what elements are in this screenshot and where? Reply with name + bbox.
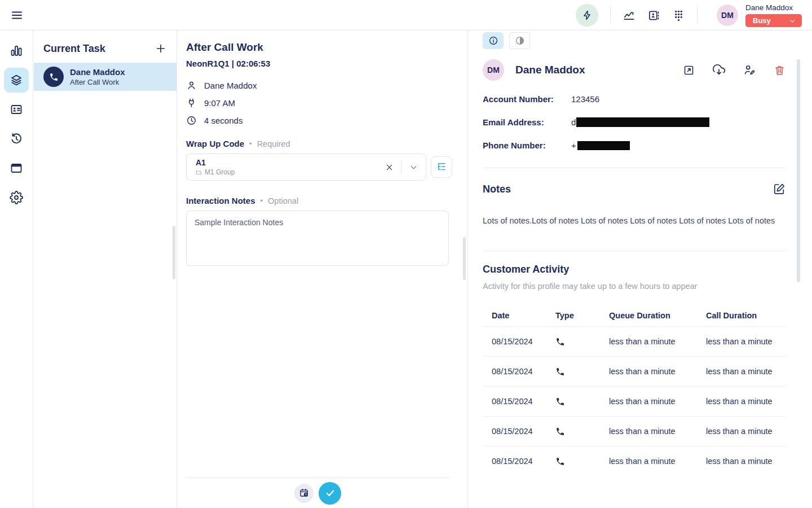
redacted-email (576, 117, 709, 127)
bar-chart-icon[interactable] (4, 38, 29, 63)
clock-icon (186, 115, 197, 126)
activity-row[interactable]: 08/15/2024 less than a minute less than … (483, 416, 785, 446)
optional-label: Optional (268, 196, 298, 205)
interaction-notes-label: Interaction Notes (186, 196, 255, 205)
activity-table-header: Date Type Queue Duration Call Duration (483, 305, 785, 326)
activity-table: Date Type Queue Duration Call Duration 0… (483, 305, 785, 476)
col-queue-duration: Queue Duration (609, 311, 706, 320)
queue-duration: less than a minute (609, 397, 706, 406)
call-duration: less than a minute (706, 337, 785, 346)
section-divider (483, 251, 785, 251)
activity-row[interactable]: 08/15/2024 less than a minute less than … (483, 356, 785, 386)
activity-row[interactable]: 08/15/2024 less than a minute less than … (483, 446, 785, 476)
interaction-notes-input[interactable]: Sample Interaction Notes (186, 211, 449, 266)
clear-x-icon[interactable] (378, 163, 401, 172)
panel-title: Current Task (43, 43, 105, 55)
activity-date: 08/15/2024 (492, 337, 555, 346)
wrap-up-code-label: Wrap Up Code (186, 139, 244, 148)
queue-and-timer: NeonR1Q1 | 02:06:53 (186, 59, 467, 68)
after-call-work-panel: After Call Work NeonR1Q1 | 02:06:53 Dane… (177, 30, 468, 508)
call-duration: less than a minute (706, 427, 785, 436)
menu-icon[interactable] (10, 8, 24, 22)
email-value-prefix: d (571, 117, 576, 127)
trash-icon[interactable] (774, 64, 785, 76)
current-task-panel: Current Task Dane Maddox After Call Work (34, 30, 177, 508)
call-duration: less than a minute (706, 457, 785, 466)
history-icon[interactable] (4, 126, 29, 151)
task-list-item[interactable]: Dane Maddox After Call Work (34, 63, 176, 91)
topbar: DM Dane Maddox Busy (0, 0, 812, 30)
customer-activity-subtitle: Activity for this profile may take up to… (483, 282, 785, 291)
queue-duration: less than a minute (609, 457, 706, 466)
avatar: DM (483, 59, 504, 81)
call-duration: less than a minute (706, 397, 785, 406)
topbar-user: DM Dane Maddox Busy (717, 0, 802, 30)
gear-icon[interactable] (4, 185, 29, 210)
user-edit-icon[interactable] (743, 64, 756, 76)
info-icon[interactable] (483, 32, 504, 49)
profile-tabs (483, 32, 785, 49)
topbar-divider (697, 7, 698, 23)
contrast-icon[interactable] (509, 32, 530, 49)
required-label: Required (257, 139, 290, 148)
account-number-label: Account Number: (483, 94, 571, 104)
phone-icon (43, 67, 64, 87)
queue-duration: less than a minute (609, 367, 706, 376)
user-name: Dane Maddox (745, 3, 793, 12)
dialpad-icon[interactable] (672, 9, 685, 22)
lightning-icon[interactable] (576, 4, 598, 27)
contacts-book-icon[interactable] (647, 9, 660, 22)
section-divider (483, 168, 785, 168)
topbar-tools (576, 0, 698, 30)
scrollbar-thumb[interactable] (463, 237, 466, 280)
phone-icon (555, 367, 609, 376)
task-status: After Call Work (70, 78, 125, 86)
status-selector[interactable]: Busy (745, 14, 802, 27)
topbar-divider (610, 7, 611, 23)
open-in-new-icon[interactable] (683, 64, 695, 76)
wrap-up-code-select[interactable]: A1 M1 Group (186, 154, 426, 181)
calendar-clock-icon[interactable] (294, 484, 314, 503)
wrap-up-group-label: M1 Group (205, 168, 235, 176)
email-label: Email Address: (483, 117, 571, 127)
cloud-download-icon[interactable] (713, 64, 725, 76)
activity-date: 08/15/2024 (492, 367, 555, 376)
col-call-duration: Call Duration (706, 311, 785, 320)
col-date: Date (492, 311, 555, 320)
window-icon[interactable] (4, 156, 29, 181)
status-label: Busy (753, 16, 771, 25)
avatar[interactable]: DM (717, 5, 738, 26)
call-duration: less than a minute (706, 367, 785, 376)
chevron-down-icon[interactable] (401, 163, 426, 172)
acw-duration: 4 seconds (204, 116, 242, 125)
add-task-button[interactable] (155, 42, 167, 55)
activity-row[interactable]: 08/15/2024 less than a minute less than … (483, 326, 785, 356)
phone-icon (555, 337, 609, 347)
account-number-value: 123456 (571, 94, 599, 104)
tree-view-icon[interactable] (431, 156, 452, 178)
col-type: Type (555, 311, 609, 320)
activity-date: 08/15/2024 (492, 457, 555, 466)
edit-note-icon[interactable] (773, 183, 785, 195)
left-rail (0, 30, 33, 508)
line-chart-icon[interactable] (623, 9, 636, 22)
scrollbar-thumb[interactable] (173, 226, 175, 279)
layers-icon[interactable] (4, 68, 29, 93)
activity-row[interactable]: 08/15/2024 less than a minute less than … (483, 386, 785, 416)
id-card-icon[interactable] (4, 97, 29, 122)
acw-title: After Call Work (186, 41, 467, 54)
wrap-up-code-value: A1 (196, 158, 378, 167)
check-icon[interactable] (319, 482, 341, 505)
task-contact-name: Dane Maddox (70, 67, 125, 77)
plug-icon (186, 98, 197, 108)
phone-label: Phone Number: (483, 141, 571, 150)
customer-profile-panel: DM Dane Maddox Account Number: (469, 30, 812, 508)
acw-footer (186, 478, 449, 508)
phone-icon (555, 457, 609, 466)
chevron-down-icon (788, 17, 796, 25)
scrollbar-thumb[interactable] (797, 59, 800, 282)
profile-fields: Account Number: 123456 Email Address: d … (483, 94, 785, 150)
notes-title: Notes (483, 183, 511, 195)
redacted-phone (577, 141, 630, 150)
person-icon (186, 80, 197, 91)
